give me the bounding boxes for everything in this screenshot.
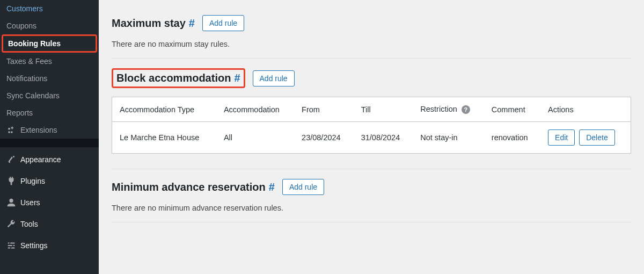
brush-icon xyxy=(6,155,16,164)
section-header: Maximum stay # Add rule xyxy=(112,15,631,31)
sidebar-item-taxes-fees[interactable]: Taxes & Fees xyxy=(0,53,99,70)
sidebar-item-appearance[interactable]: Appearance xyxy=(0,147,99,169)
cell-till: 31/08/2024 xyxy=(354,122,413,154)
sidebar-item-label: Appearance xyxy=(20,155,61,164)
sidebar-item-label: Booking Rules xyxy=(8,39,61,48)
user-icon xyxy=(6,198,16,207)
anchor-link[interactable]: # xyxy=(234,72,240,84)
section-title-max-stay: Maximum stay # xyxy=(112,17,195,30)
anchor-link[interactable]: # xyxy=(269,181,275,193)
empty-state-text: There are no minimum advance reservation… xyxy=(112,204,631,212)
sidebar-item-coupons[interactable]: Coupons xyxy=(0,17,99,34)
sidebar-item-users[interactable]: Users xyxy=(0,190,99,212)
section-header: Block accommodation # Add rule xyxy=(112,68,631,88)
section-title-min-advance: Minimum advance reservation # xyxy=(112,181,275,193)
cell-accom: All xyxy=(216,122,294,154)
sidebar-item-label: Extensions xyxy=(20,126,57,134)
add-rule-button-max-stay[interactable]: Add rule xyxy=(202,15,244,31)
add-rule-button-min-advance[interactable]: Add rule xyxy=(282,179,324,195)
add-rule-button-block-accom[interactable]: Add rule xyxy=(253,70,295,86)
sidebar-item-label: Tools xyxy=(20,220,38,228)
sidebar-item-booking-rules[interactable]: Booking Rules xyxy=(2,34,97,53)
col-accom: Accommodation xyxy=(216,97,294,122)
admin-sidebar: Customers Coupons Booking Rules Taxes & … xyxy=(0,0,99,274)
sidebar-item-label: Sync Calendars xyxy=(6,91,60,100)
cell-actions: Edit Delete xyxy=(540,122,631,154)
sidebar-divider xyxy=(0,139,99,147)
section-max-stay: Maximum stay # Add rule There are no max… xyxy=(112,5,631,59)
sidebar-item-label: Settings xyxy=(20,241,48,250)
section-header: Minimum advance reservation # Add rule xyxy=(112,179,631,195)
sidebar-item-notifications[interactable]: Notifications xyxy=(0,70,99,87)
sidebar-item-label: Reports xyxy=(6,109,33,117)
section-title-text: Maximum stay xyxy=(112,17,186,30)
divider xyxy=(112,222,631,222)
cell-comment: renovation xyxy=(484,122,540,154)
table-row: Le Marche Etna House All 23/08/2024 31/0… xyxy=(112,122,631,154)
sidebar-item-label: Taxes & Fees xyxy=(6,57,52,66)
sidebar-item-sync-calendars[interactable]: Sync Calendars xyxy=(0,87,99,104)
block-accommodation-table: Accommodation Type Accommodation From Ti… xyxy=(112,97,631,154)
col-accom-type: Accommodation Type xyxy=(112,97,216,122)
col-till: Till xyxy=(354,97,413,122)
anchor-link[interactable]: # xyxy=(189,17,195,30)
sidebar-item-label: Users xyxy=(20,198,40,207)
sidebar-item-plugins[interactable]: Plugins xyxy=(0,169,99,190)
plug-icon xyxy=(6,176,16,186)
cell-restriction: Not stay-in xyxy=(413,122,484,154)
sidebar-item-settings[interactable]: Settings xyxy=(0,233,99,255)
cell-accom-type: Le Marche Etna House xyxy=(112,122,216,154)
cell-from: 23/08/2024 xyxy=(294,122,354,154)
sidebar-item-customers[interactable]: Customers xyxy=(0,0,99,17)
main-content: Maximum stay # Add rule There are no max… xyxy=(99,0,644,274)
section-min-advance: Minimum advance reservation # Add rule T… xyxy=(112,169,631,222)
extensions-icon xyxy=(6,126,16,134)
sidebar-item-reports[interactable]: Reports xyxy=(0,104,99,121)
col-restriction: Restriction ? xyxy=(413,97,484,122)
sidebar-item-extensions[interactable]: Extensions xyxy=(0,121,99,139)
section-title-text: Block accommodation xyxy=(116,72,231,84)
col-comment: Comment xyxy=(484,97,540,122)
wrench-icon xyxy=(6,219,16,229)
help-icon[interactable]: ? xyxy=(462,105,470,114)
sidebar-item-label: Plugins xyxy=(20,177,45,185)
col-actions: Actions xyxy=(540,97,631,122)
section-title-text: Minimum advance reservation xyxy=(112,181,266,193)
edit-button[interactable]: Edit xyxy=(548,129,575,146)
sidebar-item-label: Customers xyxy=(6,4,43,13)
sidebar-item-tools[interactable]: Tools xyxy=(0,212,99,233)
sidebar-item-label: Notifications xyxy=(6,74,47,83)
delete-button[interactable]: Delete xyxy=(579,129,614,146)
table-header-row: Accommodation Type Accommodation From Ti… xyxy=(112,97,631,122)
col-from: From xyxy=(294,97,354,122)
empty-state-text: There are no maximum stay rules. xyxy=(112,40,631,48)
section-block-accommodation: Block accommodation # Add rule Accommoda… xyxy=(112,59,631,169)
sliders-icon xyxy=(6,241,16,250)
sidebar-item-label: Coupons xyxy=(6,21,36,30)
col-restriction-label: Restriction xyxy=(420,105,457,113)
section-title-block-accommodation: Block accommodation # xyxy=(112,68,245,88)
